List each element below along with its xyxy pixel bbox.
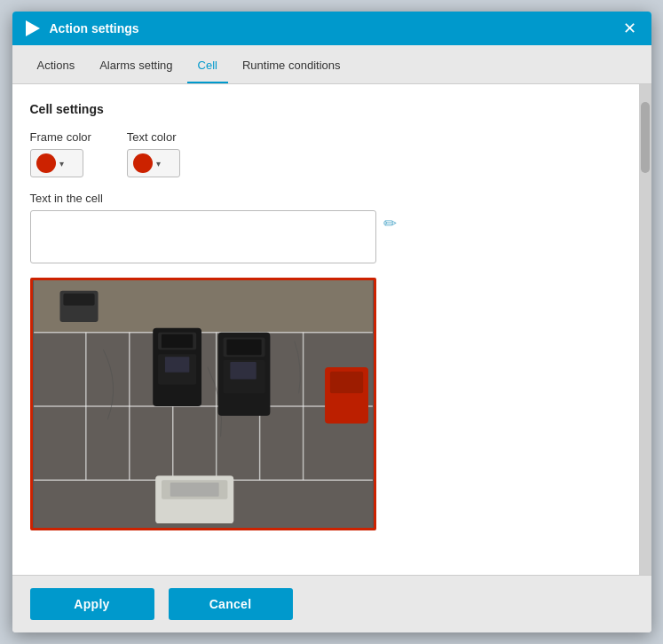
section-title: Cell settings bbox=[30, 102, 621, 116]
text-color-picker[interactable]: ▾ bbox=[127, 149, 180, 177]
text-color-field: Text color ▾ bbox=[127, 130, 180, 177]
frame-color-picker[interactable]: ▾ bbox=[30, 149, 83, 177]
svg-rect-29 bbox=[34, 280, 373, 528]
content-area: Cell settings Frame color ▾ Text color ▾ bbox=[12, 84, 651, 575]
cancel-button[interactable]: Cancel bbox=[169, 588, 293, 620]
close-button[interactable]: ✕ bbox=[618, 16, 643, 41]
color-row: Frame color ▾ Text color ▾ bbox=[30, 130, 621, 177]
tab-alarms[interactable]: Alarms setting bbox=[89, 48, 183, 83]
frame-color-swatch bbox=[36, 153, 56, 173]
tab-actions[interactable]: Actions bbox=[27, 48, 86, 83]
frame-color-arrow: ▾ bbox=[59, 159, 64, 169]
apply-button[interactable]: Apply bbox=[30, 588, 154, 620]
tab-cell[interactable]: Cell bbox=[187, 48, 228, 83]
frame-color-label: Frame color bbox=[30, 130, 91, 144]
text-in-cell-input[interactable] bbox=[30, 210, 376, 263]
scrollbar-thumb[interactable] bbox=[641, 102, 650, 173]
main-content: Cell settings Frame color ▾ Text color ▾ bbox=[12, 84, 639, 575]
text-cell-row: ✏ bbox=[30, 210, 621, 263]
text-in-cell-label: Text in the cell bbox=[30, 192, 621, 205]
svg-marker-0 bbox=[26, 20, 40, 36]
text-color-label: Text color bbox=[127, 130, 180, 144]
text-color-arrow: ▾ bbox=[156, 159, 161, 169]
app-icon bbox=[21, 18, 43, 39]
scrollbar-track[interactable] bbox=[639, 84, 651, 575]
camera-preview bbox=[30, 278, 376, 530]
title-bar: Action settings ✕ bbox=[12, 12, 651, 45]
action-settings-dialog: Action settings ✕ Actions Alarms setting… bbox=[12, 12, 651, 632]
edit-icon[interactable]: ✏ bbox=[383, 214, 397, 233]
footer: Apply Cancel bbox=[12, 575, 651, 632]
text-color-swatch bbox=[133, 153, 153, 173]
tabs-bar: Actions Alarms setting Cell Runtime cond… bbox=[12, 45, 651, 84]
dialog-title: Action settings bbox=[50, 21, 618, 35]
frame-color-field: Frame color ▾ bbox=[30, 130, 91, 177]
parking-lot-svg bbox=[33, 280, 374, 528]
tab-runtime[interactable]: Runtime conditions bbox=[232, 48, 351, 83]
